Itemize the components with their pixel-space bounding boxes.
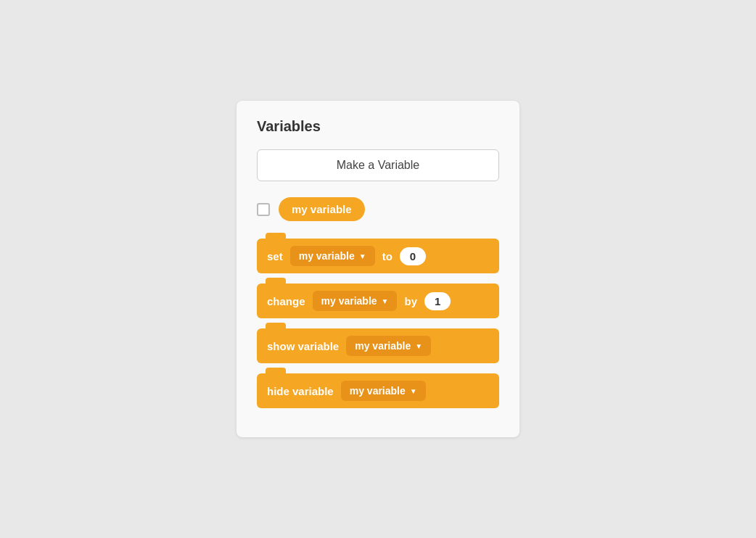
show-dropdown-arrow-icon: ▼	[415, 342, 422, 350]
set-label: set	[267, 250, 283, 262]
variable-pill[interactable]: my variable	[279, 197, 365, 221]
blocks-section: set my variable ▼ to 0 change my variabl…	[257, 239, 499, 408]
set-to-label: to	[382, 250, 393, 262]
hide-variable-dropdown[interactable]: my variable ▼	[341, 381, 426, 401]
change-block[interactable]: change my variable ▼ by 1	[257, 284, 499, 318]
show-variable-label: show variable	[267, 340, 339, 352]
show-variable-block[interactable]: show variable my variable ▼	[257, 328, 499, 363]
show-variable-dropdown[interactable]: my variable ▼	[346, 336, 431, 356]
variable-row: my variable	[257, 197, 499, 221]
set-variable-name: my variable	[299, 250, 355, 262]
change-label: change	[267, 295, 305, 307]
make-variable-button[interactable]: Make a Variable	[257, 149, 499, 181]
set-value[interactable]: 0	[400, 247, 426, 265]
show-variable-name: my variable	[355, 340, 411, 352]
set-block[interactable]: set my variable ▼ to 0	[257, 239, 499, 273]
change-variable-dropdown[interactable]: my variable ▼	[313, 291, 398, 311]
hide-variable-name: my variable	[350, 385, 406, 397]
change-variable-name: my variable	[321, 295, 377, 307]
change-value[interactable]: 1	[424, 292, 451, 310]
change-by-label: by	[404, 295, 417, 307]
variable-checkbox[interactable]	[257, 203, 270, 216]
hide-dropdown-arrow-icon: ▼	[410, 387, 417, 395]
hide-variable-block[interactable]: hide variable my variable ▼	[257, 373, 499, 408]
set-dropdown-arrow-icon: ▼	[359, 252, 366, 260]
change-dropdown-arrow-icon: ▼	[382, 297, 389, 305]
variables-panel: Variables Make a Variable my variable se…	[237, 101, 519, 437]
panel-title: Variables	[257, 118, 499, 135]
hide-variable-label: hide variable	[267, 385, 334, 397]
set-variable-dropdown[interactable]: my variable ▼	[290, 246, 375, 266]
